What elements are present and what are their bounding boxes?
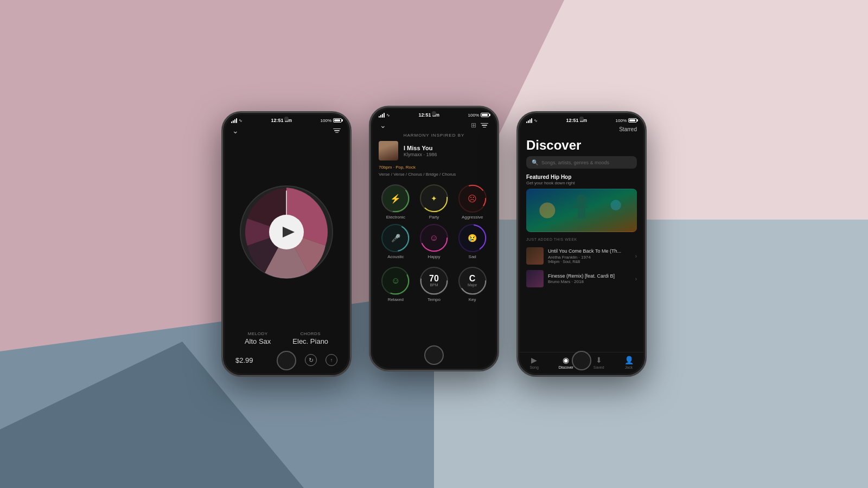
phone-3-home[interactable] [572,351,591,370]
song-card: I Miss You Klymaxx · 1986 [372,141,496,165]
song-thumbnail [379,141,398,160]
phone-1: ∿ 12:51 am 100% ⌄ [221,111,352,377]
battery-percent: 100% [321,118,331,123]
song-year: 1986 [426,152,437,157]
svg-point-10 [382,268,409,294]
phone-1-screen: ∿ 12:51 am 100% ⌄ [225,114,348,374]
mood-party-circle: ✦ [420,184,448,213]
song-1-year: 1974 [581,255,591,260]
grid-icon[interactable]: ⊞ [471,121,476,129]
song-list-item-1[interactable]: Until You Come Back To Me (Th... Aretha … [520,245,643,267]
key-circle: C Major [458,267,487,295]
key-item[interactable]: C Major Key [455,267,489,302]
svg-point-12 [459,268,486,294]
filter-icon[interactable] [333,129,341,133]
happy-label: Happy [427,254,440,259]
chords-group: CHORDS Elec. Piano [292,331,328,345]
song-bpm: 70bpm [379,165,392,170]
tempo-item[interactable]: 70 BPM Tempo [417,267,451,302]
featured-title: Featured Hip Hop [520,173,643,181]
phone-3-notch [579,117,584,121]
mood-electronic[interactable]: ⚡ Electronic [379,184,413,220]
featured-art-svg [526,189,637,232]
song-2-thumb [526,270,544,287]
chevron-down-icon-2[interactable]: ⌄ [380,121,386,130]
tab-discover-label: Discover [559,365,573,369]
circle-visualizer [225,138,348,331]
phone-2-time: 12:51 am [419,112,440,118]
share-icon[interactable]: ↑ [326,354,337,366]
tab-discover[interactable]: ◉ Discover [559,356,573,369]
svg-point-9 [459,225,486,251]
svg-point-7 [382,225,409,251]
phone-2-signal: ∿ [379,113,390,118]
song-1-thumb [526,247,544,265]
phone-1-home[interactable] [277,351,296,370]
mood-happy[interactable]: ☺ Happy [417,224,451,259]
phone-3-signal: ∿ [526,118,538,123]
svg-point-8 [421,225,447,251]
battery-fill-2 [482,114,488,116]
tab-saved-icon: ⬇ [596,356,602,364]
song-1-info: Until You Come Back To Me (Th... Aretha … [548,248,631,264]
mood-arc-acoustic [381,224,410,252]
song-1-artist-name: Aretha Franklin [548,255,577,260]
chevron-down-icon[interactable]: ⌄ [232,126,239,135]
song-2-title: Finesse (Remix) [feat. Cardi B] [548,273,631,280]
relaxed-label: Relaxed [388,297,404,302]
song-2-info: Finesse (Remix) [feat. Cardi B] Bruno Ma… [548,273,631,285]
phone-1-battery-area: 100% [321,118,342,123]
svg-point-11 [421,268,447,294]
mood-aggressive[interactable]: ☹ Aggressive [455,184,489,220]
battery-icon-2 [481,113,489,117]
mood-aggressive-circle: ☹ [458,184,487,213]
tab-jack[interactable]: 👤 Jack [624,356,634,369]
song-1-chevron: › [635,253,637,259]
svg-rect-17 [582,205,588,208]
song-genre-text: Pop, Rock [395,165,416,170]
battery-percent-3: 100% [616,118,627,123]
svg-point-18 [539,202,555,218]
svg-rect-16 [572,205,579,208]
featured-image[interactable] [526,189,637,232]
song-structure: Verse / Verse / Chorus / Bridge / Chorus [372,172,496,182]
phone-1-notch [284,117,289,121]
wifi-icon-3: ∿ [534,118,538,123]
phone-2-top-icons: ⊞ [471,121,488,129]
tab-song-icon: ▶ [531,356,537,364]
party-label: Party [429,215,439,220]
battery-icon-3 [628,118,637,123]
refresh-icon[interactable]: ↻ [305,354,317,366]
battery-fill-3 [629,119,635,121]
phone-3-time: 12:51 am [566,118,588,123]
bottom-icons: ↻ ↑ [305,354,337,366]
signal-bars-2 [379,113,385,118]
mood-sad[interactable]: 😢 Sad [455,224,489,259]
relaxed-arc [381,267,410,295]
phone-2-notch [432,111,436,115]
starred-label[interactable]: Starred [619,126,637,132]
mood-party[interactable]: ✦ Party [417,184,451,220]
harmony-label: HARMONY INSPIRED BY [372,132,496,141]
svg-point-19 [610,200,621,210]
chords-instrument: Elec. Piano [292,337,328,345]
phone-2-battery-area: 100% [468,113,489,118]
phone-2-home[interactable] [424,345,444,365]
svg-point-5 [421,185,447,211]
melody-label: MELODY [245,331,271,336]
tab-song[interactable]: ▶ Song [529,356,538,369]
relaxed-item[interactable]: ☺ Relaxed [379,267,413,302]
battery-percent-2: 100% [468,113,479,118]
filter-icon-2[interactable] [481,123,488,128]
phone-1-topbar: ⌄ [225,124,348,138]
song-artist-year: Klymaxx · 1986 [404,152,437,157]
search-bar[interactable]: 🔍 Songs, artists, genres & moods [526,156,637,169]
mood-grid: ⚡ Electronic ✦ Party [372,182,496,261]
phone-3-topbar: Starred [520,124,643,134]
mood-acoustic[interactable]: 🎤 Acoustic [379,224,413,259]
tab-jack-label: Jack [625,365,633,369]
song-list-item-2[interactable]: Finesse (Remix) [feat. Cardi B] Bruno Ma… [520,267,643,290]
tab-saved[interactable]: ⬇ Saved [593,356,604,369]
song-2-year: 2018 [574,279,584,284]
song-1-artist: Aretha Franklin · 1974 [548,255,631,260]
